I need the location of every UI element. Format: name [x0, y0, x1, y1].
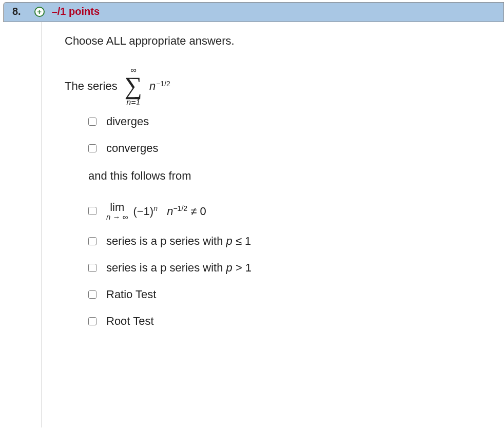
choice-limit-nonzero[interactable]: lim n → ∞ (−1)n n−1/2 ≠ 0: [86, 201, 494, 221]
points-label: –/1 points: [52, 6, 100, 17]
checkbox-ratio[interactable]: [88, 290, 96, 299]
term-base: n: [149, 80, 156, 93]
choice-p-series-le-1[interactable]: series is a p series with p ≤ 1: [86, 235, 494, 248]
left-gutter: [0, 22, 42, 427]
choice-label: series is a p series with p > 1: [106, 261, 251, 275]
checkbox-pseries-gt1[interactable]: [88, 264, 96, 272]
follows-from-label: and this follows from: [88, 169, 494, 183]
series-prefix: The series: [65, 80, 118, 93]
series-expression: The series ∞ ∑ n=1 n−1/2: [65, 66, 494, 107]
limit-operator: lim n → ∞: [106, 201, 128, 221]
checkbox-limit[interactable]: [88, 207, 96, 215]
sigma-lower: n=1: [126, 99, 140, 107]
limit-expression: lim n → ∞ (−1)n n−1/2 ≠ 0: [106, 201, 206, 221]
sigma-notation: ∞ ∑ n=1: [125, 66, 142, 107]
choice-label: series is a p series with p ≤ 1: [106, 235, 251, 248]
expand-icon[interactable]: +: [34, 7, 45, 17]
choice-root-test[interactable]: Root Test: [86, 315, 494, 328]
choice-label: diverges: [106, 115, 149, 128]
question-content: Choose ALL appropriate answers. The seri…: [42, 22, 504, 427]
choice-group-1: diverges converges: [86, 115, 494, 155]
choice-ratio-test[interactable]: Ratio Test: [86, 288, 494, 301]
checkbox-root[interactable]: [88, 317, 96, 325]
limit-body: (−1)n n−1/2 ≠ 0: [133, 204, 206, 218]
choice-label: Ratio Test: [106, 288, 156, 301]
series-term: n−1/2: [149, 80, 170, 93]
choice-converges[interactable]: converges: [86, 142, 494, 155]
choice-diverges[interactable]: diverges: [86, 115, 494, 128]
question-body: Choose ALL appropriate answers. The seri…: [0, 22, 504, 427]
lim-text: lim: [110, 201, 124, 213]
instruction-text: Choose ALL appropriate answers.: [65, 34, 494, 48]
choice-group-2: lim n → ∞ (−1)n n−1/2 ≠ 0: [86, 201, 494, 328]
checkbox-diverges[interactable]: [88, 118, 96, 126]
sigma-symbol: ∑: [125, 75, 142, 96]
choice-label: Root Test: [106, 315, 154, 328]
lim-subscript: n → ∞: [106, 213, 128, 221]
question-header: 8. + –/1 points: [3, 2, 504, 22]
choice-p-series-gt-1[interactable]: series is a p series with p > 1: [86, 261, 494, 275]
checkbox-pseries-le1[interactable]: [88, 237, 96, 245]
choice-label: converges: [106, 142, 159, 155]
question-number: 8.: [12, 6, 21, 17]
term-exponent: −1/2: [156, 80, 170, 88]
checkbox-converges[interactable]: [88, 144, 96, 152]
